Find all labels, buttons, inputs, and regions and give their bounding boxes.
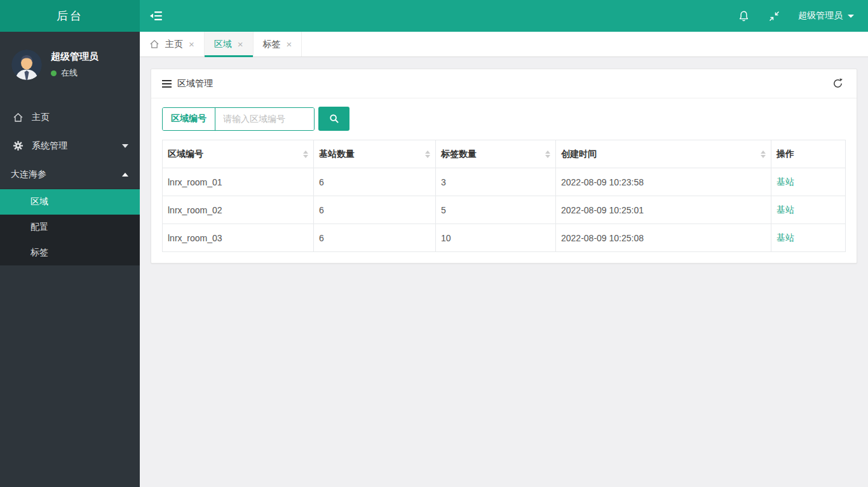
chevron-down-icon [122,144,128,148]
sort-icon [545,150,550,158]
area-table: 区域编号 基站数量 [162,140,846,252]
tab-area[interactable]: 区域 × [205,32,254,57]
app-logo: 后台 [0,0,140,32]
table-row: lnrx_room_01 6 3 2022-08-09 10:23:58 基站 [163,168,846,196]
search-button[interactable] [318,107,349,131]
column-label: 创建时间 [561,149,597,160]
fullscreen-button[interactable] [759,0,789,32]
user-meta: 超级管理员 在线 [51,51,98,79]
chevron-down-icon [848,15,854,18]
sidebar-item-dalian-haishen[interactable]: 大连海参 [0,160,140,189]
online-status-label: 在线 [61,67,78,79]
table-row: lnrx_room_03 6 10 2022-08-09 10:25:08 基站 [163,224,846,252]
user-menu-dropdown[interactable]: 超级管理员 [789,0,868,32]
column-label: 操作 [776,149,794,160]
sidebar-item-area[interactable]: 区域 [0,189,140,215]
menu-toggle-icon [150,11,163,21]
sidebar-toggle-button[interactable] [140,0,173,32]
table-header-row: 区域编号 基站数量 [163,140,846,168]
cell-tag-count: 10 [436,224,556,252]
table-row: lnrx_room_02 6 5 2022-08-09 10:25:01 基站 [163,196,846,224]
gear-icon [13,140,25,151]
card-title: 区域管理 [177,78,213,90]
column-label: 基站数量 [319,149,355,160]
column-header-base-stations[interactable]: 基站数量 [314,140,436,168]
tab-label: 主页 [165,39,183,50]
sidebar-item-home[interactable]: 主页 [0,103,140,131]
column-header-tag-count[interactable]: 标签数量 [436,140,556,168]
column-label: 标签数量 [441,149,477,160]
sidebar-user-panel: 超级管理员 在线 [0,32,140,103]
cell-base-stations: 6 [314,196,436,224]
online-status-dot [51,70,57,76]
cell-created-at: 2022-08-09 10:25:01 [556,196,771,224]
notifications-button[interactable] [728,0,759,32]
cell-area-id: lnrx_room_01 [163,168,314,196]
cell-created-at: 2022-08-09 10:25:08 [556,224,771,252]
cell-tag-count: 5 [436,196,556,224]
sidebar-item-label: 系统管理 [32,140,67,152]
card-body: 区域编号 区域编号 [151,98,857,263]
search-input-group: 区域编号 [162,107,315,131]
close-icon[interactable]: × [287,39,292,49]
search-input[interactable] [215,108,314,130]
bell-icon [738,10,750,22]
sidebar-subitem-label: 区域 [31,196,48,208]
avatar [11,50,42,80]
home-icon [149,39,159,49]
column-header-created-at[interactable]: 创建时间 [556,140,771,168]
search-row: 区域编号 [162,107,846,131]
user-name: 超级管理员 [51,51,98,63]
sidebar-item-label: 大连海参 [11,169,46,180]
tab-label: 区域 [214,39,232,50]
refresh-button[interactable] [829,76,846,92]
admin-app: 后台 [0,0,868,487]
top-navbar: 后台 [0,0,868,32]
base-station-link[interactable]: 基站 [776,177,794,187]
user-status: 在线 [51,67,98,79]
card-header: 区域管理 [151,69,857,98]
chevron-up-icon [122,173,128,177]
sidebar-subitem-label: 配置 [31,222,48,233]
user-menu-label: 超级管理员 [798,10,843,22]
sidebar-menu: 主页 系统管理 [0,103,140,265]
base-station-link[interactable]: 基站 [776,204,794,215]
tab-label: 标签 [263,39,281,50]
area-management-card: 区域管理 区域编号 [151,69,857,264]
navbar-main: 超级管理员 [140,0,868,32]
content-area: 区域管理 区域编号 [140,57,868,487]
sidebar-submenu: 区域 配置 标签 [0,189,140,265]
sidebar-item-system-management[interactable]: 系统管理 [0,131,140,160]
cell-tag-count: 3 [436,168,556,196]
base-station-link[interactable]: 基站 [776,232,794,243]
cell-area-id: lnrx_room_02 [163,196,314,224]
search-icon [329,114,339,124]
cell-created-at: 2022-08-09 10:23:58 [556,168,771,196]
sort-icon [425,150,430,158]
tab-home[interactable]: 主页 × [140,32,205,57]
column-label: 区域编号 [168,149,203,160]
close-icon[interactable]: × [189,39,194,49]
home-icon [13,112,25,123]
refresh-icon [832,77,844,90]
sidebar-subitem-label: 标签 [31,247,48,258]
app-title: 后台 [57,8,83,23]
cell-area-id: lnrx_room_03 [163,224,314,252]
column-header-area-id[interactable]: 区域编号 [163,140,314,168]
sort-icon [303,150,308,158]
cell-base-stations: 6 [314,168,436,196]
sidebar-item-config[interactable]: 配置 [0,215,140,240]
sidebar: 超级管理员 在线 主页 [0,32,140,487]
column-header-actions: 操作 [771,140,846,168]
cell-base-stations: 6 [314,224,436,252]
search-field-label: 区域编号 [163,108,215,130]
compress-icon [768,10,780,22]
close-icon[interactable]: × [238,39,243,49]
sidebar-item-label: 主页 [32,112,50,123]
tab-tags[interactable]: 标签 × [254,32,302,57]
list-icon [162,80,172,88]
sort-icon [761,150,766,158]
sidebar-item-tags[interactable]: 标签 [0,240,140,265]
tab-bar: 主页 × 区域 × 标签 × [140,32,868,57]
